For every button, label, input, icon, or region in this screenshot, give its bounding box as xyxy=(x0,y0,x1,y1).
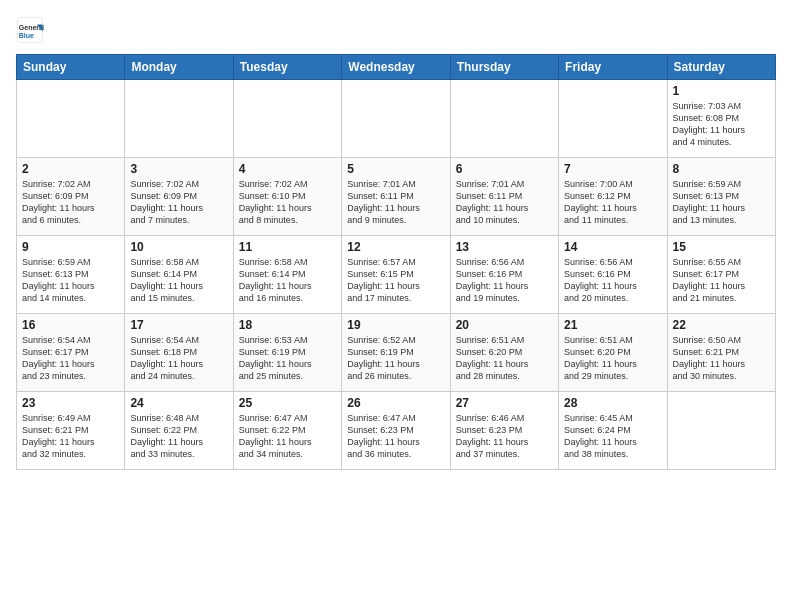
day-number: 18 xyxy=(239,318,336,332)
day-cell: 8Sunrise: 6:59 AM Sunset: 6:13 PM Daylig… xyxy=(667,158,775,236)
day-info: Sunrise: 6:45 AM Sunset: 6:24 PM Dayligh… xyxy=(564,412,661,461)
day-info: Sunrise: 6:51 AM Sunset: 6:20 PM Dayligh… xyxy=(456,334,553,383)
day-info: Sunrise: 6:47 AM Sunset: 6:23 PM Dayligh… xyxy=(347,412,444,461)
day-cell: 13Sunrise: 6:56 AM Sunset: 6:16 PM Dayli… xyxy=(450,236,558,314)
day-number: 19 xyxy=(347,318,444,332)
day-cell: 22Sunrise: 6:50 AM Sunset: 6:21 PM Dayli… xyxy=(667,314,775,392)
day-cell xyxy=(667,392,775,470)
day-number: 24 xyxy=(130,396,227,410)
day-info: Sunrise: 6:58 AM Sunset: 6:14 PM Dayligh… xyxy=(239,256,336,305)
day-number: 16 xyxy=(22,318,119,332)
day-info: Sunrise: 7:03 AM Sunset: 6:08 PM Dayligh… xyxy=(673,100,770,149)
day-number: 27 xyxy=(456,396,553,410)
svg-text:Blue: Blue xyxy=(19,32,34,39)
day-number: 23 xyxy=(22,396,119,410)
day-info: Sunrise: 6:49 AM Sunset: 6:21 PM Dayligh… xyxy=(22,412,119,461)
day-info: Sunrise: 6:56 AM Sunset: 6:16 PM Dayligh… xyxy=(564,256,661,305)
day-info: Sunrise: 6:47 AM Sunset: 6:22 PM Dayligh… xyxy=(239,412,336,461)
day-number: 2 xyxy=(22,162,119,176)
day-cell: 24Sunrise: 6:48 AM Sunset: 6:22 PM Dayli… xyxy=(125,392,233,470)
day-cell xyxy=(559,80,667,158)
day-info: Sunrise: 7:01 AM Sunset: 6:11 PM Dayligh… xyxy=(456,178,553,227)
day-number: 22 xyxy=(673,318,770,332)
day-number: 21 xyxy=(564,318,661,332)
day-number: 10 xyxy=(130,240,227,254)
calendar-table: SundayMondayTuesdayWednesdayThursdayFrid… xyxy=(16,54,776,470)
day-info: Sunrise: 6:59 AM Sunset: 6:13 PM Dayligh… xyxy=(22,256,119,305)
day-cell xyxy=(125,80,233,158)
day-cell: 20Sunrise: 6:51 AM Sunset: 6:20 PM Dayli… xyxy=(450,314,558,392)
col-header-friday: Friday xyxy=(559,55,667,80)
day-cell: 17Sunrise: 6:54 AM Sunset: 6:18 PM Dayli… xyxy=(125,314,233,392)
day-cell: 1Sunrise: 7:03 AM Sunset: 6:08 PM Daylig… xyxy=(667,80,775,158)
day-cell: 18Sunrise: 6:53 AM Sunset: 6:19 PM Dayli… xyxy=(233,314,341,392)
day-number: 11 xyxy=(239,240,336,254)
day-cell: 7Sunrise: 7:00 AM Sunset: 6:12 PM Daylig… xyxy=(559,158,667,236)
col-header-sunday: Sunday xyxy=(17,55,125,80)
day-cell: 21Sunrise: 6:51 AM Sunset: 6:20 PM Dayli… xyxy=(559,314,667,392)
day-number: 25 xyxy=(239,396,336,410)
day-info: Sunrise: 7:02 AM Sunset: 6:09 PM Dayligh… xyxy=(130,178,227,227)
day-info: Sunrise: 6:48 AM Sunset: 6:22 PM Dayligh… xyxy=(130,412,227,461)
day-number: 8 xyxy=(673,162,770,176)
day-number: 7 xyxy=(564,162,661,176)
day-number: 17 xyxy=(130,318,227,332)
day-cell xyxy=(233,80,341,158)
week-row-5: 23Sunrise: 6:49 AM Sunset: 6:21 PM Dayli… xyxy=(17,392,776,470)
day-number: 9 xyxy=(22,240,119,254)
day-info: Sunrise: 7:01 AM Sunset: 6:11 PM Dayligh… xyxy=(347,178,444,227)
day-number: 28 xyxy=(564,396,661,410)
day-cell xyxy=(342,80,450,158)
day-cell: 14Sunrise: 6:56 AM Sunset: 6:16 PM Dayli… xyxy=(559,236,667,314)
day-number: 20 xyxy=(456,318,553,332)
logo: General Blue xyxy=(16,16,46,44)
day-number: 15 xyxy=(673,240,770,254)
day-cell: 27Sunrise: 6:46 AM Sunset: 6:23 PM Dayli… xyxy=(450,392,558,470)
header: General Blue xyxy=(16,16,776,44)
day-info: Sunrise: 6:46 AM Sunset: 6:23 PM Dayligh… xyxy=(456,412,553,461)
day-number: 14 xyxy=(564,240,661,254)
day-info: Sunrise: 6:52 AM Sunset: 6:19 PM Dayligh… xyxy=(347,334,444,383)
calendar-header-row: SundayMondayTuesdayWednesdayThursdayFrid… xyxy=(17,55,776,80)
week-row-3: 9Sunrise: 6:59 AM Sunset: 6:13 PM Daylig… xyxy=(17,236,776,314)
day-cell: 5Sunrise: 7:01 AM Sunset: 6:11 PM Daylig… xyxy=(342,158,450,236)
day-info: Sunrise: 6:51 AM Sunset: 6:20 PM Dayligh… xyxy=(564,334,661,383)
day-number: 3 xyxy=(130,162,227,176)
day-cell: 12Sunrise: 6:57 AM Sunset: 6:15 PM Dayli… xyxy=(342,236,450,314)
page: General Blue SundayMondayTuesdayWednesda… xyxy=(0,0,792,612)
logo-icon: General Blue xyxy=(16,16,44,44)
day-info: Sunrise: 6:53 AM Sunset: 6:19 PM Dayligh… xyxy=(239,334,336,383)
day-cell: 11Sunrise: 6:58 AM Sunset: 6:14 PM Dayli… xyxy=(233,236,341,314)
day-info: Sunrise: 6:54 AM Sunset: 6:18 PM Dayligh… xyxy=(130,334,227,383)
day-cell: 26Sunrise: 6:47 AM Sunset: 6:23 PM Dayli… xyxy=(342,392,450,470)
day-info: Sunrise: 6:54 AM Sunset: 6:17 PM Dayligh… xyxy=(22,334,119,383)
day-number: 12 xyxy=(347,240,444,254)
day-cell: 4Sunrise: 7:02 AM Sunset: 6:10 PM Daylig… xyxy=(233,158,341,236)
col-header-saturday: Saturday xyxy=(667,55,775,80)
day-number: 1 xyxy=(673,84,770,98)
col-header-tuesday: Tuesday xyxy=(233,55,341,80)
day-cell: 9Sunrise: 6:59 AM Sunset: 6:13 PM Daylig… xyxy=(17,236,125,314)
week-row-1: 1Sunrise: 7:03 AM Sunset: 6:08 PM Daylig… xyxy=(17,80,776,158)
day-cell: 23Sunrise: 6:49 AM Sunset: 6:21 PM Dayli… xyxy=(17,392,125,470)
week-row-4: 16Sunrise: 6:54 AM Sunset: 6:17 PM Dayli… xyxy=(17,314,776,392)
day-info: Sunrise: 6:55 AM Sunset: 6:17 PM Dayligh… xyxy=(673,256,770,305)
day-number: 4 xyxy=(239,162,336,176)
day-cell: 25Sunrise: 6:47 AM Sunset: 6:22 PM Dayli… xyxy=(233,392,341,470)
col-header-wednesday: Wednesday xyxy=(342,55,450,80)
day-cell: 2Sunrise: 7:02 AM Sunset: 6:09 PM Daylig… xyxy=(17,158,125,236)
day-number: 26 xyxy=(347,396,444,410)
day-info: Sunrise: 7:02 AM Sunset: 6:10 PM Dayligh… xyxy=(239,178,336,227)
day-info: Sunrise: 7:00 AM Sunset: 6:12 PM Dayligh… xyxy=(564,178,661,227)
day-cell: 3Sunrise: 7:02 AM Sunset: 6:09 PM Daylig… xyxy=(125,158,233,236)
day-number: 13 xyxy=(456,240,553,254)
col-header-thursday: Thursday xyxy=(450,55,558,80)
day-cell: 28Sunrise: 6:45 AM Sunset: 6:24 PM Dayli… xyxy=(559,392,667,470)
day-cell xyxy=(450,80,558,158)
day-info: Sunrise: 6:50 AM Sunset: 6:21 PM Dayligh… xyxy=(673,334,770,383)
day-cell: 10Sunrise: 6:58 AM Sunset: 6:14 PM Dayli… xyxy=(125,236,233,314)
col-header-monday: Monday xyxy=(125,55,233,80)
day-cell: 6Sunrise: 7:01 AM Sunset: 6:11 PM Daylig… xyxy=(450,158,558,236)
day-info: Sunrise: 6:59 AM Sunset: 6:13 PM Dayligh… xyxy=(673,178,770,227)
week-row-2: 2Sunrise: 7:02 AM Sunset: 6:09 PM Daylig… xyxy=(17,158,776,236)
